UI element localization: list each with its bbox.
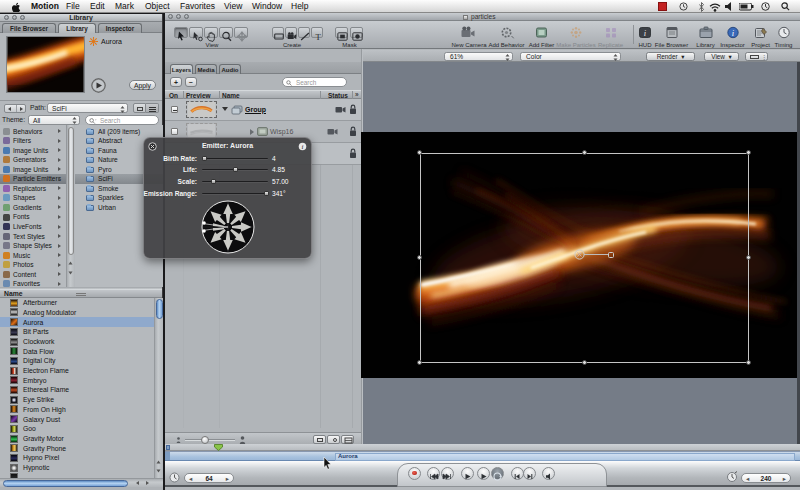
svg-text:i: i xyxy=(302,143,304,150)
svg-text:T: T xyxy=(315,32,321,42)
